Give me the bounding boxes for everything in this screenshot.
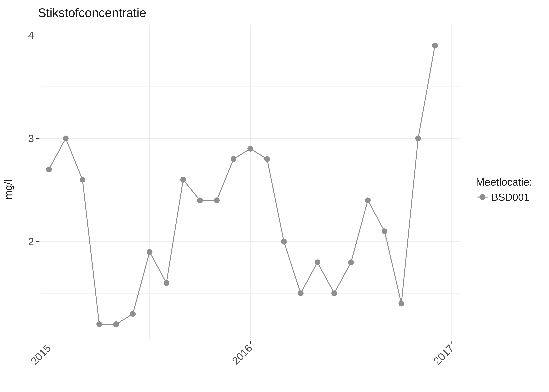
y-axis-label: mg/l [2,180,14,199]
chart-title: Stikstofconcentratie [38,6,146,20]
series-point [298,290,303,296]
y-tick-label: 2 [28,236,34,247]
legend-item-label: BSD001 [492,191,529,203]
series-point [365,197,371,203]
x-tick-label: 2016 [230,342,254,367]
series-point [432,42,438,48]
series-point [197,197,203,203]
series-point [163,280,169,286]
series-point [315,259,320,265]
series-point [231,156,236,162]
series-point [264,156,270,162]
series-point [96,322,102,327]
y-ticks: 234 [28,29,40,247]
series-line [49,45,435,324]
series-point [247,146,253,152]
x-tick-label: 2015 [28,342,53,367]
y-tick-label: 3 [28,133,34,144]
series-point [180,177,186,182]
grid [41,25,460,340]
series-point [46,167,52,172]
series-point [147,249,153,255]
x-tick-label: 2017 [431,342,456,367]
series-point [348,259,354,265]
series-point [399,301,404,306]
x-ticks: 201520162017 [28,341,456,367]
series-point [382,228,387,234]
series-point [113,322,119,327]
series-point [130,311,136,317]
legend: Meetlocatie:BSD001 [476,176,532,203]
legend-title: Meetlocatie: [476,176,532,188]
series-point [80,177,85,182]
legend-swatch-point [479,194,485,200]
series-point [281,239,287,245]
series-point [214,197,220,203]
series-point [63,135,69,141]
data-series [46,42,438,327]
y-tick-label: 4 [28,29,34,41]
series-point [331,290,337,296]
series-point [415,135,421,141]
